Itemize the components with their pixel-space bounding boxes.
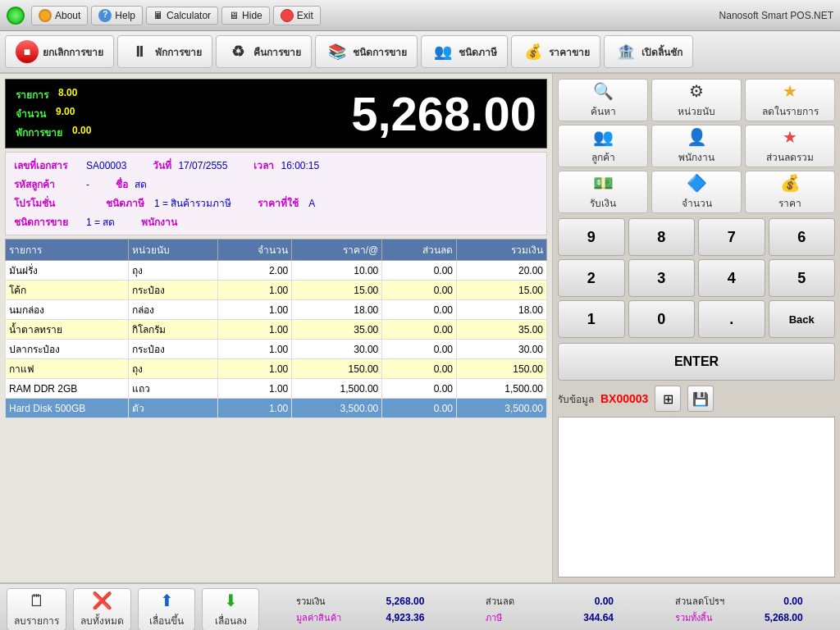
price-btn[interactable]: 💰 ราคา (745, 171, 835, 213)
help-btn[interactable]: ? Help (91, 6, 143, 25)
total-disc-btn[interactable]: ★ ส่วนลดรวม (745, 125, 835, 167)
cell-qty: 1.00 (217, 300, 292, 320)
cell-name: มันฝรั่ง (6, 261, 129, 281)
pause-sale-label: พักการขาย (155, 44, 202, 60)
cell-unit: กระป๋อง (129, 281, 218, 300)
unit-btn[interactable]: ⚙ หน่วยนับ (651, 79, 742, 121)
num-8[interactable]: 8 (628, 218, 696, 256)
table-body: มันฝรั่ง ถุง 2.00 10.00 0.00 20.00 โค้ก … (6, 261, 547, 418)
up-icon: ⬆ (160, 591, 174, 610)
cell-name: RAM DDR 2GB (6, 379, 129, 399)
receive-input[interactable] (558, 417, 835, 578)
exit-btn[interactable]: Exit (273, 6, 321, 25)
unit-icon: ⚙ (689, 81, 704, 101)
scroll-up-btn[interactable]: ⬆ เลื่อนขึ้น (138, 588, 195, 630)
about-btn[interactable]: About (31, 6, 88, 25)
doc-row: เลขที่เอกสาร SA00003 วันที่ 17/07/2555 เ… (11, 156, 541, 175)
open-drawer-btn[interactable]: 🏦 เปิดลิ้นชัก (604, 35, 693, 68)
table-row[interactable]: ปลากระป๋อง กระป๋อง 1.00 30.00 0.00 30.00 (6, 340, 547, 359)
pause-sale-btn[interactable]: ⏸ พักการขาย (117, 35, 212, 68)
tax-type-btn[interactable]: 👥 ชนิดภาษี (421, 35, 508, 68)
sale-type-label: ชนิดการขาย (353, 44, 407, 60)
qty-value: 9.00 (56, 106, 75, 121)
money-icon: 💰 (522, 40, 545, 63)
num-9[interactable]: 9 (558, 218, 625, 256)
scroll-down-btn[interactable]: ⬇ เลื่อนลง (202, 588, 259, 630)
cell-unit: กระป๋อง (129, 340, 218, 359)
exit-label: Exit (297, 10, 313, 21)
delete-item-btn[interactable]: 🗒 ลบรายการ (7, 588, 66, 630)
cell-price: 3,500.00 (292, 399, 382, 418)
num-4[interactable]: 4 (698, 259, 765, 297)
num-5[interactable]: 5 (769, 259, 836, 297)
backspace-btn[interactable]: Back (769, 300, 836, 338)
app-title: Nanosoft Smart POS.NET (719, 10, 833, 21)
books-icon: 📚 (326, 40, 349, 63)
cell-disc: 0.00 (382, 379, 457, 399)
num-3[interactable]: 3 (628, 259, 696, 297)
summary-labels: รายการ 8.00 จำนวน 9.00 พักการขาย 0.00 (16, 87, 114, 140)
cell-unit: ถุง (129, 261, 218, 281)
employee-label-info: พนักงาน (141, 214, 177, 230)
cell-total: 20.00 (457, 261, 547, 281)
date-value: 17/07/2555 (178, 160, 227, 171)
delete-all-btn[interactable]: ❌ ลบทั้งหมด (73, 588, 131, 630)
num-7[interactable]: 7 (698, 218, 765, 256)
tax-value-info: 1 = สินค้ารวมภาษี (154, 195, 231, 211)
sale-type-btn[interactable]: 📚 ชนิดการขาย (315, 35, 418, 68)
table-row[interactable]: กาแฟ ถุง 1.00 150.00 0.00 150.00 (6, 359, 547, 379)
cell-price: 18.00 (292, 300, 382, 320)
cell-price: 35.00 (292, 320, 382, 340)
open-drawer-label: เปิดลิ้นชัก (641, 44, 682, 60)
sum-label: รวมเงิน (296, 594, 362, 609)
cell-price: 150.00 (292, 359, 382, 379)
table-row[interactable]: น้ำตาลทราย กิโลกรัม 1.00 35.00 0.00 35.0… (6, 320, 547, 340)
items-label: รายการ (16, 87, 48, 103)
cell-total: 1,500.00 (457, 379, 547, 399)
net-label: รวมทั้งสิ้น (675, 610, 741, 625)
app-logo (7, 7, 25, 25)
totals-area: รวมเงิน 5,268.00 มูลค่าสินค้า 4,923.36 ส… (266, 594, 833, 625)
return-sale-btn[interactable]: ♻ คืนการขาย (216, 35, 312, 68)
down-icon: ⬇ (224, 591, 238, 610)
hide-btn[interactable]: 🖥 Hide (221, 7, 270, 25)
cell-total: 3,500.00 (457, 399, 547, 418)
receive-btn[interactable]: 💵 รับเงิน (558, 171, 648, 213)
table-row[interactable]: Hard Disk 500GB ตัว 1.00 3,500.00 0.00 3… (6, 399, 547, 418)
table-row[interactable]: RAM DDR 2GB แถว 1.00 1,500.00 0.00 1,500… (6, 379, 547, 399)
num-0[interactable]: 0 (628, 300, 696, 338)
qty-btn[interactable]: 🔷 จำนวน (651, 171, 742, 213)
cancel-sale-btn[interactable]: ■ ยกเลิกการขาย (5, 35, 114, 68)
cell-name: น้ำตาลทราย (6, 320, 129, 340)
table-icon-btn[interactable]: ⊞ (655, 386, 681, 412)
cust-row: รหัสลูกค้า - ชื่อ สด (11, 175, 541, 194)
num-1[interactable]: 1 (558, 300, 625, 338)
col-total: รวมเงิน (457, 240, 547, 261)
cell-disc: 0.00 (382, 261, 457, 281)
sale-price-btn[interactable]: 💰 ราคาขาย (511, 35, 600, 68)
employee-btn[interactable]: 👤 พนักงาน (651, 125, 742, 167)
delete-all-label: ลบทั้งหมด (80, 613, 124, 628)
delete-all-icon: ❌ (92, 591, 112, 610)
save-icon-btn[interactable]: 💾 (687, 386, 714, 412)
cell-name: Hard Disk 500GB (6, 399, 129, 418)
table-row[interactable]: มันฝรั่ง ถุง 2.00 10.00 0.00 20.00 (6, 261, 547, 281)
num-2[interactable]: 2 (558, 259, 625, 297)
unit-label: หน่วยนับ (678, 103, 715, 119)
help-label: Help (115, 10, 135, 21)
table-row[interactable]: นมกล่อง กล่อง 1.00 18.00 0.00 18.00 (6, 300, 547, 320)
titlebar: About ? Help 🖩 Calculator 🖥 Hide Exit Na… (0, 0, 840, 31)
customer-btn[interactable]: 👥 ลูกค้า (558, 125, 648, 167)
stop-icon: ■ (16, 40, 39, 63)
sum-row: รวมเงิน 5,268.00 (296, 594, 424, 609)
search-btn[interactable]: 🔍 ค้นหา (558, 79, 648, 121)
table-row[interactable]: โค้ก กระป๋อง 1.00 15.00 0.00 15.00 (6, 281, 547, 300)
pause-icon: ⏸ (128, 40, 151, 63)
item-disc-btn[interactable]: ★ ลดในรายการ (745, 79, 835, 121)
drawer-icon: 🏦 (614, 40, 637, 63)
info-section: เลขที่เอกสาร SA00003 วันที่ 17/07/2555 เ… (5, 152, 547, 235)
num-dot[interactable]: . (698, 300, 765, 338)
enter-btn[interactable]: ENTER (558, 343, 835, 381)
num-6[interactable]: 6 (769, 218, 836, 256)
calculator-btn[interactable]: 🖩 Calculator (146, 7, 218, 25)
